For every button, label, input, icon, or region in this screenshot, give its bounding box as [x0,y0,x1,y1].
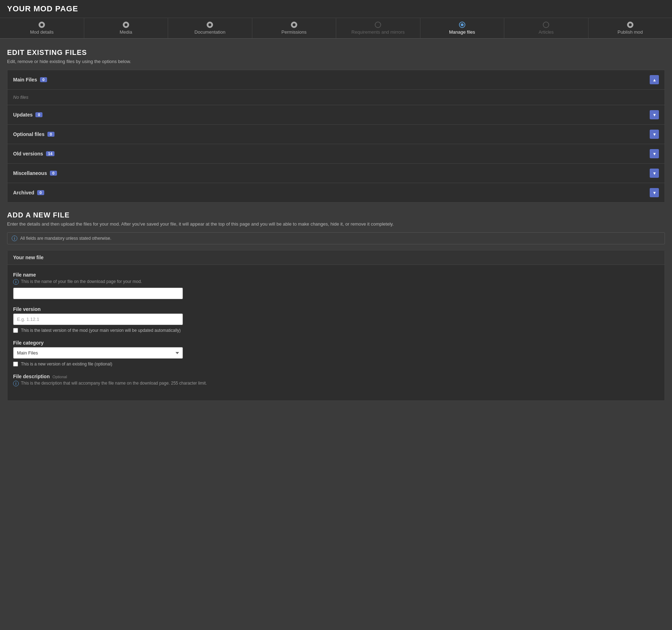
file-category-group: File category Main FilesUpdatesOptional … [13,340,659,367]
file-category-select[interactable]: Main FilesUpdatesOptional filesOld versi… [13,347,183,359]
info-icon: i [12,235,17,241]
file-name-hint-icon: i [13,279,19,285]
add-section-subtitle: Enter the details and then upload the fi… [7,221,665,227]
tab-label-articles: Articles [539,29,554,35]
tab-permissions[interactable]: Permissions [252,18,337,38]
file-section-label-4: Miscellaneous [13,170,47,176]
tab-radio-publish-mod [627,22,633,28]
file-section-badge-1: 0 [35,112,42,117]
file-description-hint-icon: i [13,381,19,386]
file-section-chevron-4[interactable]: ▾ [650,169,659,178]
file-section-row-3[interactable]: Old versions14▾ [7,144,665,164]
new-file-card: Your new file File name i This is the na… [7,250,665,401]
tab-manage-files[interactable]: Manage files [420,18,505,38]
tab-radio-manage-files [459,22,465,28]
file-category-label: File category [13,340,659,346]
new-version-checkbox[interactable] [13,362,18,367]
file-section-row-4[interactable]: Miscellaneous0▾ [7,164,665,183]
file-section-badge-4: 0 [50,171,57,176]
file-section-label-1: Updates [13,112,33,118]
mandatory-note-box: i All fields are mandatory unless stated… [7,232,665,244]
tab-mod-details[interactable]: Mod details [0,18,84,38]
latest-version-label: This is the latest version of the mod (y… [21,328,181,333]
tab-radio-mod-details [39,22,45,28]
file-section-row-0[interactable]: Main Files0▴ [7,70,665,90]
tab-radio-media [123,22,129,28]
file-name-hint-text: This is the name of your file on the dow… [21,279,142,284]
tab-media[interactable]: Media [84,18,168,38]
file-section-label-0: Main Files [13,77,37,83]
new-version-row: This is a new version of an existing fil… [13,362,659,367]
file-section-label-2: Optional files [13,131,45,137]
file-section-badge-5: 0 [37,190,44,195]
tab-label-permissions: Permissions [281,29,306,35]
file-section-chevron-2[interactable]: ▾ [650,130,659,139]
file-section-row-5[interactable]: Archived0▾ [7,183,665,202]
file-name-group: File name i This is the name of your fil… [13,272,659,299]
add-section-title: ADD A NEW FILE [7,211,665,219]
tab-label-publish-mod: Publish mod [618,29,643,35]
file-section-badge-0: 0 [40,77,47,82]
file-section-badge-3: 14 [46,151,54,156]
tab-label-documentation: Documentation [195,29,225,35]
file-category-select-wrapper: Main FilesUpdatesOptional filesOld versi… [13,347,183,359]
file-name-hint: i This is the name of your file on the d… [13,279,659,285]
file-section-row-2[interactable]: Optional files0▾ [7,125,665,144]
new-file-card-header: Your new file [7,250,665,265]
tab-bar: Mod detailsMediaDocumentationPermissions… [0,18,672,38]
tab-label-requirements-and-mirrors: Requirements and mirrors [351,29,404,35]
new-version-label: This is a new version of an existing fil… [21,362,112,367]
tab-radio-documentation [207,22,213,28]
tab-radio-requirements-and-mirrors [375,22,381,28]
file-description-label: File description Optional [13,374,659,379]
tab-publish-mod[interactable]: Publish mod [588,18,672,38]
file-description-hint-text: This is the description that will accomp… [21,381,207,386]
file-section-chevron-0[interactable]: ▴ [650,75,659,84]
mandatory-note-text: All fields are mandatory unless stated o… [20,236,111,241]
tab-requirements-and-mirrors: Requirements and mirrors [336,18,420,38]
file-section-label-5: Archived [13,190,34,195]
file-section-chevron-3[interactable]: ▾ [650,149,659,158]
tab-radio-articles [543,22,549,28]
tab-articles: Articles [504,18,588,38]
file-description-optional: Optional [52,375,67,379]
file-section-badge-2: 0 [47,132,54,137]
file-description-group: File description Optional i This is the … [13,374,659,386]
file-version-label: File version [13,306,659,312]
file-name-label: File name [13,272,659,278]
file-version-group: File version This is the latest version … [13,306,659,333]
file-section-label-3: Old versions [13,151,43,157]
latest-version-row: This is the latest version of the mod (y… [13,328,659,333]
file-section-chevron-1[interactable]: ▾ [650,110,659,119]
file-section-chevron-5[interactable]: ▾ [650,188,659,197]
no-files-text: No files [7,90,665,105]
latest-version-checkbox[interactable] [13,328,18,333]
file-version-input[interactable] [13,313,183,325]
tab-radio-permissions [291,22,297,28]
edit-section-title: EDIT EXISTING FILES [7,49,665,57]
tab-documentation[interactable]: Documentation [168,18,252,38]
tab-label-mod-details: Mod details [30,29,53,35]
file-section-row-1[interactable]: Updates0▾ [7,105,665,125]
file-name-input[interactable] [13,288,183,299]
tab-label-manage-files: Manage files [449,29,475,35]
edit-section-subtitle: Edit, remove or hide existing files by u… [7,59,665,64]
file-sections-accordion: Main Files0▴No filesUpdates0▾Optional fi… [7,70,665,203]
page-title: YOUR MOD PAGE [7,4,665,13]
tab-label-media: Media [120,29,132,35]
file-description-hint: i This is the description that will acco… [13,381,659,386]
